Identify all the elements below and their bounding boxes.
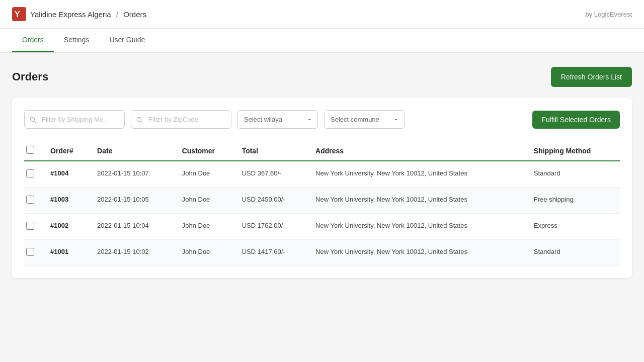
zipcode-search-input[interactable] [131,110,231,129]
page-title: Orders [12,70,48,83]
nav-item-settings[interactable]: Settings [54,29,100,52]
by-label: by LogicEverest [586,11,632,18]
svg-line-5 [141,121,142,122]
row-shipping-method: Express [528,214,620,240]
nav-item-user-guide[interactable]: User Guide [99,29,155,52]
row-checkbox-cell [24,214,44,240]
top-bar: Y Yalidine Express Algeria / Orders by L… [0,0,644,29]
row-address: New York University, New York 10012, Uni… [309,161,528,188]
row-address: New York University, New York 10012, Uni… [309,240,528,266]
row-shipping-method: Free shipping [528,188,620,214]
orders-panel: Select wilaya Select commune Fulfill Sel… [12,98,632,278]
table-row: #1002 2022-01-15 10:04 John Doe USD 1762… [24,214,620,240]
row-customer: John Doe [176,161,236,188]
fulfill-selected-orders-button[interactable]: Fulfill Selected Orders [532,111,620,129]
row-order-num: #1003 [44,188,91,214]
nav-bar: Orders Settings User Guide [0,29,644,53]
col-date: Date [91,141,176,161]
shipping-search-icon [29,116,36,123]
row-shipping-method: Standard [528,161,620,188]
row-order-num: #1004 [44,161,91,188]
row-date: 2022-01-15 10:07 [91,161,176,188]
orders-table: Order# Date Customer Total Address Shipp… [24,141,620,266]
row-customer: John Doe [176,240,236,266]
row-checkbox[interactable] [26,196,34,204]
col-order-num: Order# [44,141,91,161]
row-checkbox-cell [24,161,44,188]
row-total: USD 2450.00/- [236,188,309,214]
table-row: #1003 2022-01-15 10:05 John Doe USD 2450… [24,188,620,214]
col-shipping-method: Shipping Method [528,141,620,161]
app-title: Yalidine Express Algeria / Orders [30,10,146,19]
svg-line-3 [34,121,36,122]
table-row: #1004 2022-01-15 10:07 John Doe USD 367.… [24,161,620,188]
row-date: 2022-01-15 10:05 [91,188,176,214]
commune-select[interactable]: Select commune [324,110,405,129]
row-checkbox-cell [24,240,44,266]
filters-row: Select wilaya Select commune Fulfill Sel… [24,110,620,129]
refresh-orders-button[interactable]: Refresh Orders List [551,67,632,87]
row-checkbox-cell [24,188,44,214]
row-total: USD 1417.60/- [236,240,309,266]
row-shipping-method: Standard [528,240,620,266]
orders-table-body: #1004 2022-01-15 10:07 John Doe USD 367.… [24,161,620,266]
nav-item-orders[interactable]: Orders [12,29,54,52]
zipcode-search-wrap [131,110,231,129]
app-section: Orders [123,10,146,19]
col-total: Total [236,141,309,161]
table-row: #1001 2022-01-15 10:02 John Doe USD 1417… [24,240,620,266]
row-total: USD 1762.00/- [236,214,309,240]
zipcode-search-icon [136,116,143,123]
app-logo: Y [12,7,26,21]
row-order-num: #1002 [44,214,91,240]
select-all-checkbox[interactable] [26,146,34,154]
table-header-row: Order# Date Customer Total Address Shipp… [24,141,620,161]
wilaya-select[interactable]: Select wilaya [237,110,318,129]
row-customer: John Doe [176,214,236,240]
title-separator: / [116,10,118,19]
top-bar-left: Y Yalidine Express Algeria / Orders [12,7,146,21]
col-address: Address [309,141,528,161]
col-customer: Customer [176,141,236,161]
row-date: 2022-01-15 10:02 [91,240,176,266]
col-checkbox [24,141,44,161]
row-checkbox[interactable] [26,248,34,256]
row-address: New York University, New York 10012, Uni… [309,188,528,214]
row-customer: John Doe [176,188,236,214]
app-name: Yalidine Express Algeria [30,10,111,19]
svg-text:Y: Y [15,10,20,19]
row-checkbox[interactable] [26,222,34,230]
row-order-num: #1001 [44,240,91,266]
shipping-search-input[interactable] [24,110,125,129]
row-date: 2022-01-15 10:04 [91,214,176,240]
row-address: New York University, New York 10012, Uni… [309,214,528,240]
page-header: Orders Refresh Orders List [12,67,632,87]
shipping-search-wrap [24,110,125,129]
main-content: Orders Refresh Orders List Select wi [0,53,644,292]
row-total: USD 367.60/- [236,161,309,188]
row-checkbox[interactable] [26,169,34,177]
